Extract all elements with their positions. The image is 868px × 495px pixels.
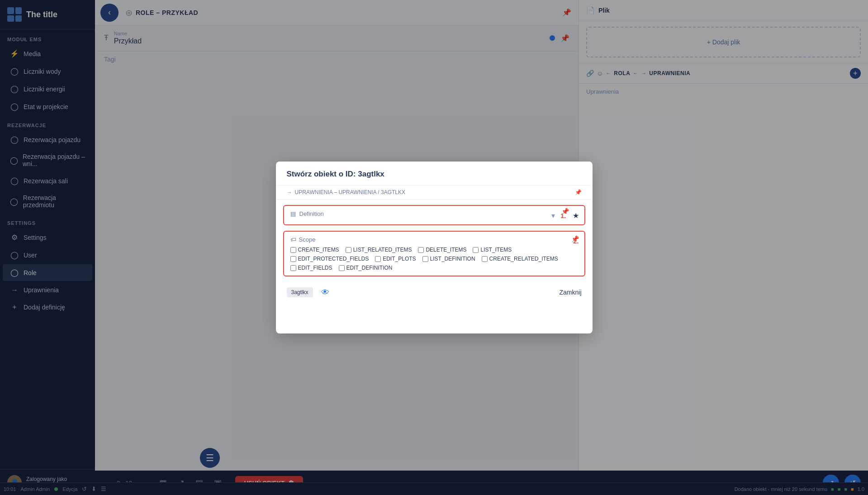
scope-create-items[interactable]: CREATE_ITEMS (290, 247, 339, 253)
scope-item-label: EDIT_PLOTS (383, 256, 416, 262)
scope-checkbox-create-related[interactable] (482, 256, 488, 262)
scope-edit-plots[interactable]: EDIT_PLOTS (375, 256, 416, 262)
modal-header: Stwórz obiekt o ID: 3agtlkx (276, 162, 593, 186)
scope-item-label: EDIT_DEFINITION (346, 265, 393, 271)
scope-edit-protected[interactable]: EDIT_PROTECTED_FIELDS (290, 256, 369, 262)
modal-title: Stwórz obiekt o ID: 3agtlkx (287, 170, 384, 178)
scope-items: CREATE_ITEMS LIST_RELATED_ITEMS DELETE_I… (290, 247, 578, 271)
scope-section: 📌 🏷 Scope CREATE_ITEMS LIST_RELATED_ITEM… (283, 231, 585, 276)
modal-arrow-icon: → (287, 189, 292, 195)
scope-label: 🏷 Scope (290, 236, 578, 243)
definition-label: ▤ Definition (290, 210, 578, 217)
scope-checkbox-list-related[interactable] (346, 247, 351, 253)
scope-checkbox-edit-fields[interactable] (290, 265, 296, 271)
scope-item-label: EDIT_FIELDS (298, 265, 332, 271)
scope-item-label: EDIT_PROTECTED_FIELDS (298, 256, 369, 262)
modal: Stwórz obiekt o ID: 3agtlkx → UPRAWNIENI… (276, 162, 593, 333)
close-button[interactable]: Zamknij (559, 289, 581, 296)
scope-item-label: CREATE_RELATED_ITEMS (489, 256, 558, 262)
scope-checkbox-list-items[interactable] (473, 247, 479, 253)
definition-section: ▤ Definition 1. ★ 📌 ▾ (283, 205, 585, 225)
scope-checkbox-edit-plots[interactable] (375, 256, 381, 262)
scope-item-label: LIST_ITEMS (480, 247, 512, 253)
scope-item-label: DELETE_ITEMS (426, 247, 466, 253)
scope-create-related[interactable]: CREATE_RELATED_ITEMS (482, 256, 558, 262)
scope-checkbox-edit-protected[interactable] (290, 256, 296, 262)
star-button[interactable]: ★ (573, 211, 579, 219)
scope-edit-fields[interactable]: EDIT_FIELDS (290, 265, 332, 271)
scope-checkbox-list-def[interactable] (422, 256, 428, 262)
modal-breadcrumb: → UPRAWNIENIA – UPRAWNIENIA / 3AGTLKX 📌 (276, 186, 593, 200)
modal-pin-icon[interactable]: 📌 (575, 189, 582, 195)
tag-icon: 🏷 (290, 236, 296, 243)
step2-number: 2. (573, 237, 579, 245)
definition-icon: ▤ (290, 210, 296, 217)
scope-checkbox-create-items[interactable] (290, 247, 296, 253)
definition-pin-icon[interactable]: 📌 (561, 208, 569, 215)
modal-overlay: Stwórz obiekt o ID: 3agtlkx → UPRAWNIENI… (0, 0, 868, 495)
dropdown-arrow-icon[interactable]: ▾ (551, 211, 555, 219)
modal-breadcrumb-text: UPRAWNIENIA – UPRAWNIENIA / 3AGTLKX (295, 189, 406, 195)
scope-list-items[interactable]: LIST_ITEMS (473, 247, 512, 253)
scope-item-label: LIST_RELATED_ITEMS (353, 247, 412, 253)
eye-button[interactable]: 👁 (321, 288, 329, 297)
scope-checkbox-delete-items[interactable] (418, 247, 424, 253)
modal-tag: 3agtlkx (287, 287, 313, 297)
scope-checkbox-edit-def[interactable] (339, 265, 345, 271)
scope-item-label: CREATE_ITEMS (298, 247, 339, 253)
scope-list-related-items[interactable]: LIST_RELATED_ITEMS (346, 247, 412, 253)
scope-list-definition[interactable]: LIST_DEFINITION (422, 256, 475, 262)
modal-footer: 3agtlkx 👁 Zamknij (276, 282, 593, 305)
scope-edit-definition[interactable]: EDIT_DEFINITION (339, 265, 393, 271)
scope-delete-items[interactable]: DELETE_ITEMS (418, 247, 466, 253)
scope-item-label: LIST_DEFINITION (430, 256, 475, 262)
